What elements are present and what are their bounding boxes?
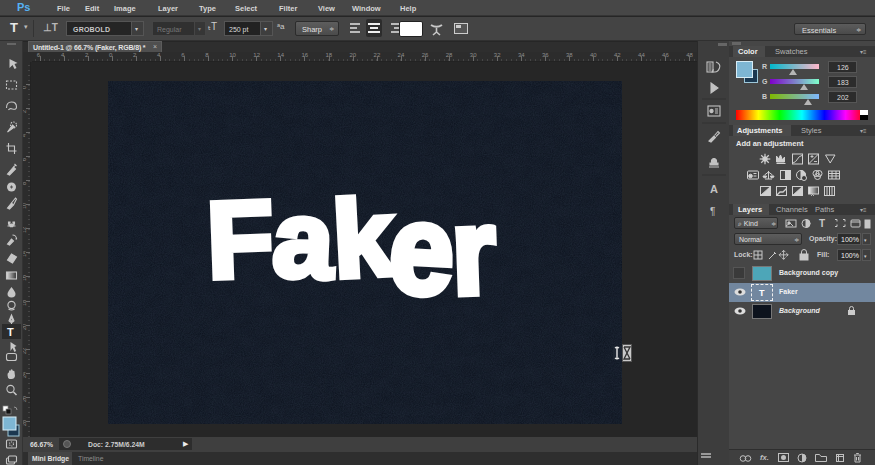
svg-text:T: T <box>819 218 825 229</box>
svg-text:T: T <box>7 326 14 338</box>
svg-text:¶: ¶ <box>710 206 715 217</box>
svg-text:A: A <box>710 183 718 195</box>
